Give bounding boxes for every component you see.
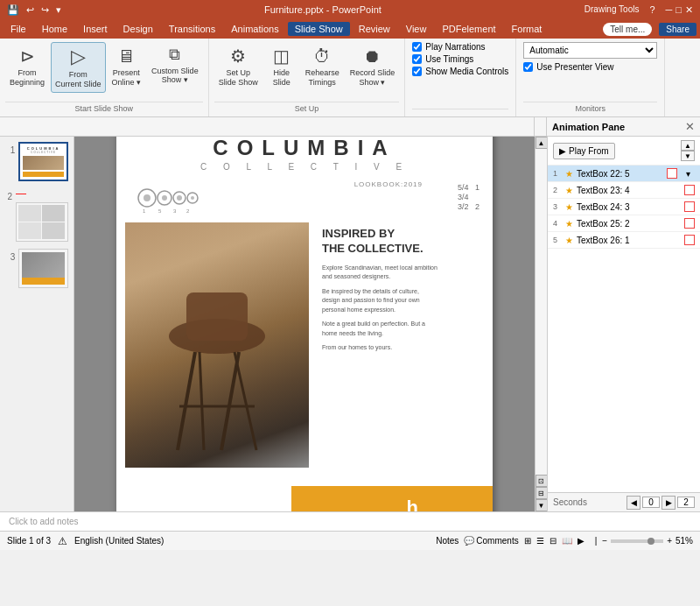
present-online-button[interactable]: 🖥 PresentOnline ▾ [108, 42, 146, 91]
status-right: Notes 💬 Comments ⊞ ☰ ⊟ 📖 ▶ | − + 51% [436, 536, 693, 546]
anim-label-2: TextBox 23: 4 [577, 186, 681, 195]
zoom-slider[interactable] [611, 539, 663, 543]
seconds-next-button[interactable]: ▶ [662, 496, 676, 510]
menu-insert[interactable]: Insert [76, 22, 115, 36]
share-button[interactable]: Share [659, 23, 696, 36]
slide-title: COLUMBIA [134, 137, 475, 160]
from-beginning-icon: ⊳ [20, 46, 35, 67]
anim-move-down-button[interactable]: ▼ [681, 151, 695, 161]
menu-slideshow[interactable]: Slide Show [288, 22, 350, 36]
anim-item-3[interactable]: 3 ★ TextBox 24: 3 [548, 199, 700, 215]
seconds-controls: ◀ 0 ▶ 2 [626, 496, 695, 510]
from-current-label: FromCurrent Slide [55, 70, 102, 89]
menu-home[interactable]: Home [35, 22, 74, 36]
anim-move-up-button[interactable]: ▲ [681, 140, 695, 151]
play-from-button[interactable]: ▶ Play From [553, 143, 615, 159]
use-timings-label: Use Timings [425, 54, 473, 64]
normal-view-button[interactable]: ⊞ [524, 536, 531, 546]
tell-me-input[interactable]: Tell me... [603, 23, 652, 36]
menu-design[interactable]: Design [116, 22, 160, 36]
play-narrations-check[interactable]: Play Narrations [412, 42, 508, 52]
help-icon[interactable]: ? [649, 4, 654, 16]
comments-status-button[interactable]: 💬 Comments [464, 536, 518, 546]
slide-image-3[interactable] [18, 249, 68, 288]
slide-header: COLUMBIA C O L L E C T I V E [116, 137, 493, 179]
presentation-view-button[interactable]: ▶ [578, 536, 584, 546]
anim-num-1: 1 [553, 169, 562, 178]
zoom-out-button[interactable]: − [602, 536, 607, 546]
set-up-slideshow-button[interactable]: ⚙ Set UpSlide Show [214, 42, 262, 91]
notes-area[interactable]: Click to add notes [0, 511, 700, 531]
presenter-view-input[interactable] [523, 62, 533, 72]
seconds-prev-button[interactable]: ◀ [626, 496, 640, 510]
notes-status-button[interactable]: Notes [436, 536, 458, 546]
fit-slide-button[interactable]: ⊟ [536, 487, 548, 499]
from-current-slide-button[interactable]: ▷ FromCurrent Slide [51, 42, 106, 93]
slide-image-1[interactable]: COLUMBIA COLLECTIVE [18, 142, 68, 181]
fit-to-window-button[interactable]: ⊡ [536, 475, 548, 487]
menu-animations[interactable]: Animations [224, 22, 285, 36]
hide-slide-button[interactable]: ◫ HideSlide [264, 42, 299, 91]
slide-content-row: INSPIRED BYTHE COLLECTIVE. Explore Scand… [125, 222, 484, 468]
anim-item-2[interactable]: 2 ★ TextBox 23: 4 [548, 182, 700, 199]
custom-slide-show-button[interactable]: ⧉ Custom SlideShow ▾ [147, 42, 203, 88]
save-icon[interactable]: 💾 [7, 4, 19, 16]
menu-review[interactable]: Review [352, 22, 397, 36]
anim-star-4: ★ [565, 219, 573, 229]
show-media-controls-input[interactable] [412, 67, 422, 76]
scroll-middle-buttons: ⊡ ⊟ [536, 475, 548, 499]
scroll-down-button[interactable]: ▼ [536, 499, 548, 511]
anim-item-5[interactable]: 5 ★ TextBox 26: 1 [548, 232, 700, 249]
checkboxes-group-label [412, 109, 508, 113]
slide-image-2[interactable] [16, 202, 68, 242]
slide-num-3: 3 [5, 252, 15, 262]
lookbook-label: LOOKBOOK:2019 [354, 180, 423, 188]
vertical-scrollbar[interactable]: ▲ ⊡ ⊟ ▼ [535, 137, 547, 511]
play-narrations-input[interactable] [412, 42, 422, 52]
menu-transitions[interactable]: Transitions [162, 22, 222, 36]
menu-file[interactable]: File [4, 22, 33, 36]
from-beginning-button[interactable]: ⊳ FromBeginning [5, 42, 49, 91]
show-media-controls-check[interactable]: Show Media Controls [412, 67, 508, 76]
rehearse-label: RehearseTimings [305, 68, 340, 88]
monitor-select[interactable]: Automatic [523, 42, 657, 59]
anim-dropdown-1[interactable]: ▾ [681, 169, 695, 179]
slide-thumbnail-2[interactable]: 2 — [4, 187, 70, 243]
window-title: Furniture.pptx - PowerPoint [61, 4, 584, 15]
undo-icon[interactable]: ↩ [26, 4, 34, 16]
rehearse-timings-button[interactable]: ⏱ RehearseTimings [301, 42, 344, 91]
close-icon[interactable]: ✕ [685, 4, 693, 16]
outline-view-button[interactable]: ☰ [536, 536, 544, 546]
slide-thumbnail-3[interactable]: 3 [4, 247, 70, 290]
anim-pane-header-wrapper: Animation Pane ✕ [0, 117, 700, 137]
scroll-up-button[interactable]: ▲ [536, 137, 548, 149]
svg-line-15 [221, 352, 239, 450]
menu-pdfelement[interactable]: PDFelement [435, 22, 502, 36]
record-slide-show-button[interactable]: ⏺ Record SlideShow ▾ [346, 42, 400, 91]
anim-num-5: 5 [553, 236, 562, 244]
zoom-in-button[interactable]: + [667, 536, 672, 546]
anim-item-1[interactable]: 1 ★ TextBox 22: 5 ▾ [548, 166, 700, 182]
presenter-view-check[interactable]: Use Presenter View [523, 62, 657, 72]
menu-view[interactable]: View [399, 22, 434, 36]
use-timings-check[interactable]: Use Timings [412, 54, 508, 64]
use-timings-input[interactable] [412, 54, 422, 64]
monitor-select-row: Automatic [523, 42, 657, 59]
anim-pane-close-btn[interactable]: ✕ [685, 120, 695, 133]
minimize-icon[interactable]: ─ [666, 4, 673, 16]
reading-view-button[interactable]: 📖 [562, 536, 572, 546]
slide-thumbnail-1[interactable]: 1 COLUMBIA COLLECTIVE [4, 140, 70, 183]
svg-line-17 [234, 352, 256, 450]
slide-info: Slide 1 of 3 [7, 536, 51, 546]
anim-label-3: TextBox 24: 3 [577, 202, 681, 212]
setup-label: Set UpSlide Show [219, 68, 258, 88]
ribbon-checkboxes: Play Narrations Use Timings Show Media C… [405, 39, 516, 116]
record-label: Record SlideShow ▾ [350, 68, 396, 88]
anim-item-4[interactable]: 4 ★ TextBox 25: 2 [548, 215, 700, 232]
redo-icon[interactable]: ↪ [41, 4, 49, 16]
title-bar-left-icons: 💾 ↩ ↪ ▾ [7, 4, 61, 16]
slide-body1: Explore Scandinavian, meet local ambitio… [322, 264, 480, 282]
maximize-icon[interactable]: □ [676, 4, 682, 16]
slide-sorter-button[interactable]: ⊟ [550, 536, 556, 546]
menu-format[interactable]: Format [505, 22, 550, 36]
